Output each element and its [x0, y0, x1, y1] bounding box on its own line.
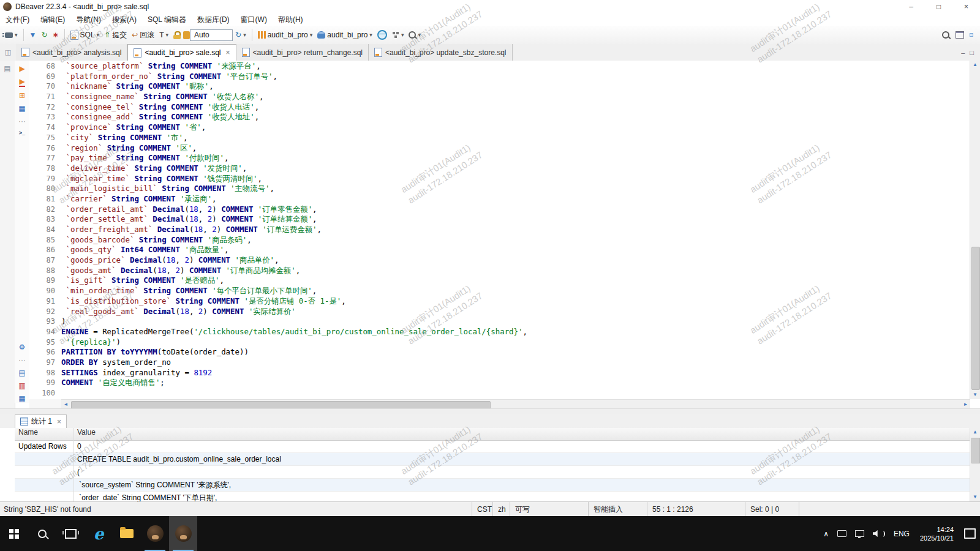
grid-doc-icon[interactable]: ▦ [18, 394, 25, 403]
more-actions-icon[interactable]: ··· [18, 356, 26, 364]
menu-item-5[interactable]: 数据库(D) [192, 13, 235, 26]
result-grid-icon[interactable]: ▦ [18, 104, 25, 113]
settings-gear-icon[interactable]: ⚙ [19, 343, 26, 351]
open-perspective-icon[interactable] [956, 31, 964, 39]
refresh-button[interactable]: ↻ [39, 30, 50, 40]
sql-editor-dropdown[interactable]: SQL ▾ [68, 29, 102, 41]
status-caret-position[interactable]: 55 : 1 : 2126 [647, 502, 745, 517]
touch-keyboard-button[interactable] [833, 516, 851, 551]
table-row[interactable]: ( [15, 466, 980, 479]
transaction-icon: T [159, 31, 164, 39]
file-explorer-button[interactable] [113, 516, 141, 551]
restore-view-icon[interactable]: ◫ [5, 48, 11, 56]
menu-item-4[interactable]: SQL 编辑器 [142, 13, 192, 26]
editor-tab-3[interactable]: <audit_bi_pro> update_sbz_store.sql [369, 44, 512, 61]
scroll-right-icon[interactable]: ► [961, 400, 970, 409]
editor-tab-0[interactable]: <audit_bi_pro> analysis.sql [16, 44, 127, 61]
objects-dropdown[interactable]: ▾ [390, 30, 407, 40]
dbeaver-perspective-button[interactable] [970, 34, 973, 36]
code-line-72: `consignee_tel` String COMMENT '收货人电话', [61, 102, 970, 113]
scroll-down-icon[interactable]: ▼ [970, 493, 980, 501]
dbeaver-taskbar-button-2[interactable] [169, 516, 197, 551]
scroll-left-icon[interactable]: ◄ [61, 400, 70, 409]
export-doc-icon[interactable]: ▤ [18, 369, 25, 377]
table-row[interactable]: `source_system` String COMMENT '来源系统', [15, 479, 980, 492]
execute-sql-icon[interactable]: ▶ [19, 64, 24, 73]
start-button[interactable] [0, 516, 28, 551]
menu-item-3[interactable]: 搜索(A) [107, 13, 142, 26]
action-center-button[interactable] [960, 516, 980, 551]
menu-item-0[interactable]: 文件(F) [0, 13, 35, 26]
schema-selector[interactable]: audit_bi_pro ▾ [315, 29, 375, 40]
language-indicator[interactable]: ENG [889, 516, 914, 551]
maximize-button[interactable]: □ [925, 0, 952, 13]
table-row[interactable]: Updated Rows0 [15, 440, 980, 453]
table-row[interactable]: CREATE TABLE audit_bi_pro.custom_online_… [15, 453, 980, 466]
new-connection-button[interactable]: ▾ [2, 31, 20, 39]
taskbar-clock[interactable]: 14:24 2025/10/21 [914, 525, 960, 542]
menu-item-2[interactable]: 导航(N) [70, 13, 107, 26]
hidden-icons-button[interactable]: ∧ [819, 516, 833, 551]
scroll-up-icon[interactable]: ▲ [970, 61, 980, 69]
commit-button[interactable]: ⇑ 提交 [102, 29, 129, 42]
dbeaver-taskbar-button-1[interactable] [141, 516, 169, 551]
menu-item-7[interactable]: 帮助(H) [273, 13, 309, 26]
tab-close-icon[interactable]: × [57, 418, 61, 426]
internet-explorer-button[interactable]: e [85, 516, 113, 551]
menu-item-6[interactable]: 窗口(W) [235, 13, 273, 26]
sql-file-icon [374, 48, 382, 57]
tab-close-icon[interactable]: × [226, 48, 230, 57]
fetch-data-button[interactable]: ▼ [27, 30, 39, 40]
explain-plan-icon[interactable]: ⊞ [19, 91, 25, 100]
lock-button[interactable] [171, 30, 183, 40]
taskbar-search-button[interactable] [28, 516, 56, 551]
status-insert-mode[interactable]: 智能插入 [588, 502, 647, 517]
scroll-up-icon[interactable]: ▲ [970, 428, 980, 437]
results-scrollbar[interactable]: ▲ ▼ [970, 428, 980, 501]
editor-horizontal-scrollbar[interactable]: ◄ ► [61, 399, 970, 409]
volume-button[interactable] [869, 516, 889, 551]
internet-explorer-icon: e [94, 526, 104, 542]
code-line-81: `carrier` String COMMENT '承运商', [61, 194, 970, 204]
editor-tab-2[interactable]: <audit_bi_pro> return_change.sql [236, 44, 369, 61]
execute-script-icon[interactable]: ▶ [19, 77, 24, 87]
network-button[interactable] [375, 29, 390, 41]
chevron-down-icon: ▾ [401, 32, 404, 38]
query-history-dropdown[interactable]: ↻ ▾ [233, 30, 249, 40]
gutter: 6869707172737475767778798081828384858687… [29, 61, 61, 399]
editor-vertical-scrollbar[interactable]: ▲ ▼ [970, 61, 980, 399]
scroll-down-icon[interactable]: ▼ [970, 391, 980, 399]
line-number: 69 [29, 72, 61, 82]
minimize-button[interactable]: – [897, 0, 925, 13]
line-number: 96 [29, 347, 61, 358]
task-view-button[interactable] [56, 516, 85, 551]
code-area[interactable]: `source_platform` String COMMENT '来源平台',… [61, 61, 970, 400]
more-actions-icon[interactable]: ··· [18, 117, 26, 126]
quick-search-icon[interactable] [942, 31, 949, 39]
cancel-button[interactable]: ∗ [50, 30, 61, 40]
rollback-button[interactable]: ↩ 回滚 [129, 29, 157, 42]
transaction-mode-dropdown[interactable]: T ▾ [157, 29, 171, 40]
minimize-editor-icon[interactable]: – [961, 49, 965, 56]
line-number: 87 [29, 255, 61, 266]
results-scroll-thumb[interactable] [971, 438, 980, 463]
connection-selector[interactable]: audit_bi_pro ▾ [255, 29, 315, 40]
column-header-name[interactable]: Name [15, 428, 74, 440]
save-doc-icon[interactable]: ▥ [18, 381, 25, 390]
sql-file-icon [70, 31, 78, 40]
maximize-editor-icon[interactable]: □ [970, 49, 974, 56]
database-navigator-icon[interactable]: ▤ [4, 64, 10, 73]
code-line-93: ) [61, 317, 970, 327]
column-header-value[interactable]: Value [74, 428, 980, 440]
volume-icon [873, 530, 880, 538]
table-row[interactable]: `order_date` String COMMENT '下单日期', [15, 492, 980, 501]
tab-statistics[interactable]: 统计 1 × [15, 414, 67, 428]
network-button[interactable] [851, 516, 869, 551]
vscroll-thumb[interactable] [971, 247, 980, 390]
editor-tab-1[interactable]: <audit_bi_pro> sale.sql× [127, 44, 236, 61]
search-dropdown[interactable]: ▾ [406, 30, 423, 40]
close-button[interactable]: × [952, 0, 980, 13]
auto-commit-combo[interactable]: Auto [190, 29, 233, 41]
menu-item-1[interactable]: 编辑(E) [35, 13, 70, 26]
console-icon[interactable]: >_ [19, 130, 25, 136]
